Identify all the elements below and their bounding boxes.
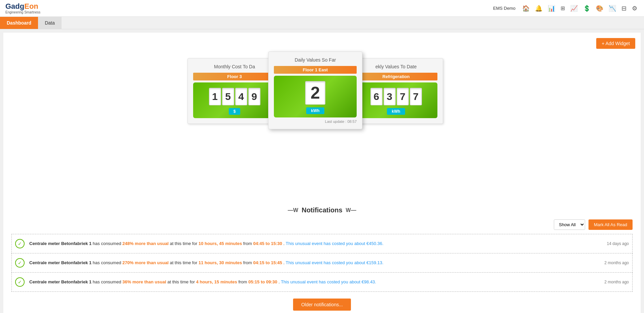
add-widget-button[interactable]: + Add Widget [596,38,635,49]
widget-title-center: Daily Values So Far [274,57,357,63]
meter-label-right: Refrigeration [355,73,437,80]
tab-data[interactable]: Data [38,17,62,29]
digit-r1: 6 [370,88,383,105]
tab-dashboard[interactable]: Dashboard [0,17,38,29]
mark-all-read-button[interactable]: Mark All As Read [588,219,633,230]
widget-title-right: ekly Values To Date [355,64,437,69]
widget-monthly-cost: Monthly Cost To Da Floor 3 1 5 4 9 $ [187,58,282,124]
notif-time-3: 2 months ago [604,280,629,284]
notifications-section: —W Notifications W— Show All Unread Read… [9,206,635,311]
older-notifications-button[interactable]: Older notifications... [293,299,351,311]
notif-item: ✓ Centrale meter Betonfabriek 1 has cons… [11,234,633,253]
widget-footer-center: Last update : 08:57 [274,119,357,124]
line-chart-icon[interactable]: 📈 [569,3,579,13]
wave-right: W— [346,207,356,213]
digit-r3: 7 [397,88,409,105]
meter-label-left: Floor 3 [193,73,276,80]
notif-time-1: 14 days ago [607,241,629,246]
widget-daily-values: Daily Values So Far Floor 1 East 2 kWh L… [268,51,362,129]
digit-r4: 7 [410,88,422,105]
notif-text-1: Centrale meter Betonfabriek 1 has consum… [29,240,602,247]
meter-display-center: 2 kWh [274,76,357,117]
unit-badge-left: $ [229,108,241,115]
widget-title-left: Monthly Cost To Da [193,64,276,69]
show-all-select[interactable]: Show All Unread Read [554,219,585,230]
user-label: EMS Demo [493,6,515,11]
main-content: + Add Widget Monthly Cost To Da Floor 3 … [3,33,641,313]
grid-icon[interactable]: ⊞ [559,4,566,13]
meter-digits-left: 1 5 4 9 [209,88,260,105]
settings-icon[interactable]: ⚙ [631,3,639,13]
unit-badge-center: kWh [306,107,324,114]
notif-text-2: Centrale meter Betonfabriek 1 has consum… [29,259,599,266]
logo: GadgEon Engineering Smartness [5,2,40,14]
wave-left: —W [288,207,298,213]
meter-display-left: 1 5 4 9 $ [193,82,276,118]
widget-weekly-values: ekly Values To Date Refrigeration 6 3 7 … [349,58,443,124]
widgets-area: Monthly Cost To Da Floor 3 1 5 4 9 $ Dai… [9,51,635,126]
unit-badge-right: kWh [387,108,405,115]
digit-1: 1 [209,88,221,105]
notif-check-3: ✓ [15,277,25,287]
digit-3: 4 [235,88,247,105]
meter-digits-center: 2 [305,81,325,105]
notif-check-1: ✓ [15,239,25,248]
notif-time-2: 2 months ago [604,260,629,265]
logo-gadg: Gadg [5,2,24,10]
notif-item: ✓ Centrale meter Betonfabriek 1 has cons… [11,253,633,273]
notifications-header: —W Notifications W— [11,206,633,214]
palette-icon[interactable]: 🎨 [595,3,605,13]
digit-center-1: 2 [305,81,325,105]
header-right: EMS Demo 🏠 🔔 📊 ⊞ 📈 💲 🎨 📉 ⊟ ⚙ [493,3,639,13]
bar-chart-icon[interactable]: 📊 [546,3,557,13]
notif-check-2: ✓ [15,258,25,268]
home-icon[interactable]: 🏠 [521,3,531,13]
meter-digits-right: 6 3 7 7 [370,88,422,105]
notif-list: ✓ Centrale meter Betonfabriek 1 has cons… [11,234,633,292]
header: GadgEon Engineering Smartness EMS Demo 🏠… [0,0,644,17]
logo-eon: Eon [24,2,38,10]
digit-r2: 3 [384,88,396,105]
area-chart-icon[interactable]: 📉 [607,3,617,13]
notif-text-3: Centrale meter Betonfabriek 1 has consum… [29,279,599,285]
digit-2: 5 [222,88,234,105]
logo-tagline: Engineering Smartness [5,10,40,14]
notif-controls: Show All Unread Read Mark All As Read [11,219,633,230]
tiles-icon[interactable]: ⊟ [620,3,628,13]
meter-label-center: Floor 1 East [274,66,357,74]
notif-item: ✓ Centrale meter Betonfabriek 1 has cons… [11,273,633,292]
meter-display-right: 6 3 7 7 kWh [355,82,437,118]
digit-4: 9 [248,88,260,105]
bell-icon[interactable]: 🔔 [534,3,544,13]
currency-icon[interactable]: 💲 [582,3,592,13]
nav-tabs: Dashboard Data [0,17,644,29]
notifications-title: Notifications [301,206,342,214]
